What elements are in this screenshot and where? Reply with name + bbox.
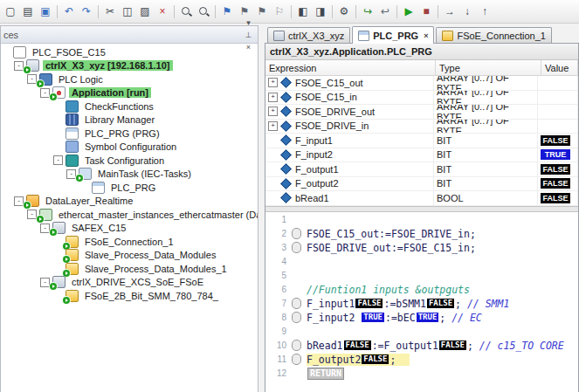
tree-expand-box[interactable]: - [27,74,37,84]
watch-row[interactable]: +FSOE_DRIVE_outARRAY [0..7] OF BYTE [265,105,578,120]
open-project-button[interactable]: ▤ [19,3,37,20]
value-cell[interactable]: TRUE [538,148,578,162]
stop-button[interactable]: ■ [417,3,435,20]
inline-value-badge[interactable]: FALSE [355,299,383,308]
column-header-type[interactable]: Type [436,60,541,75]
step-into-button[interactable]: ↓ [458,3,476,20]
build-button[interactable]: ⚙ [335,3,353,20]
tree-expand-box[interactable]: - [14,196,24,206]
tree-item-library-manager[interactable]: Library Manager [1,113,258,127]
expand-variable-box[interactable]: + [268,78,278,87]
inline-value-badge[interactable]: RETURN [307,368,344,380]
watch-row[interactable]: F_input2BITTRUE [265,148,578,163]
tree-item-fsoe-2b-bit-smm-780-784[interactable]: FSoE_2B_Bit_SMM_780_784_ [1,289,258,303]
code-editor[interactable]: 12FSOE_C15_out:=FSOE_DRIVE_in;3FSOE_DRIV… [265,212,578,392]
tree-item-checkfunctions[interactable]: CheckFunctions [1,100,258,113]
browse-library-button[interactable]: ◨ [312,3,329,20]
toolbar-separator [355,5,356,18]
value-cell[interactable] [538,91,578,105]
expand-variable-box[interactable]: + [268,93,278,102]
tree-expand-box[interactable]: - [14,61,24,71]
tab-ctrlx-x3-xyz[interactable]: ctrlX_X3_xyz [267,27,350,43]
value-cell[interactable] [538,120,578,134]
run-status-icon [63,297,70,304]
value-cell[interactable] [538,76,578,90]
value-cell[interactable] [538,105,578,119]
column-header-expression[interactable]: Expression [265,60,436,75]
watch-row[interactable]: bRead1BOOLFALSE [265,191,578,206]
code-statement-text: F_output2 [307,354,361,366]
tree-expand-box[interactable]: - [27,210,37,219]
login-button[interactable]: ↪ [359,3,376,20]
bookmark-toggle-button[interactable]: ⚑ [218,3,236,20]
tree-item-application-run[interactable]: -Application [run] [1,86,258,100]
inline-value-badge[interactable]: FALSE [427,299,454,308]
watch-row[interactable]: F_output1BITFALSE [265,162,578,177]
tab-close-icon[interactable]: × [424,31,428,40]
expand-variable-box[interactable]: + [268,121,278,131]
logout-button[interactable]: ↩ [376,3,394,20]
tab-fsoe-connection-1[interactable]: FSoE_Connection_1 [436,27,552,43]
value-cell[interactable]: FALSE [538,177,578,191]
column-header-value[interactable]: Value [541,60,578,75]
tree-item-fsoe-connection-1[interactable]: FSoE_Connection_1 [1,235,258,249]
tree-item-maintask-iec-tasks[interactable]: -MainTask (IEC-Tasks) [1,168,258,182]
find-button[interactable] [177,3,195,20]
tree-expand-box[interactable]: - [40,224,50,233]
tree-item-ethercat-master-instances-ethercatmaster-datala[interactable]: -ethercat_master_instances_ethercatmaste… [1,208,258,222]
bookmark-previous-button[interactable]: ⚑ [253,3,271,20]
variable-icon [280,192,292,203]
bookmark-clear-button[interactable]: ⚐ [271,3,288,20]
replace-button[interactable] [195,3,212,20]
declaration-code-splitter[interactable] [265,206,578,212]
inline-value-badge[interactable]: FALSE [439,340,466,350]
watch-row[interactable]: F_input1BITFALSE [265,134,578,148]
copy-button[interactable]: ◫ [119,3,136,20]
panel-splitter[interactable] [258,24,265,392]
save-button[interactable]: ▣ [37,3,54,20]
tree-item-task-configuration[interactable]: -Task Configuration [1,154,258,168]
tree-item-symbol-configuration[interactable]: Symbol Configuration [1,141,258,155]
inline-value-badge[interactable]: TRUE [417,313,439,322]
tree-item-plc-prg[interactable]: PLC_PRG [1,181,258,195]
value-cell[interactable]: FALSE [538,162,578,176]
cut-button[interactable]: ✂ [101,3,119,20]
tree-item-ctrlx-drive-xcs-soe-fsoe[interactable]: -ctrlX_DRIVE_XCS_SoE_FSoE [1,276,258,290]
dock-menu-button[interactable]: ▾ [242,17,255,29]
tree-item-ctrlx-x3-xyz-192-168-1-10[interactable]: -ctrlX_X3_xyz [192.168.1.10] [1,59,258,73]
tree-item-plc-fsoe-c15[interactable]: PLC_FSOE_C15 [1,45,258,59]
expand-variable-box[interactable]: + [268,107,278,116]
tree-item-slave-process-data-modules[interactable]: Slave_Process_Data_Modules [1,249,258,263]
toolbar-separator [291,5,292,18]
paste-button[interactable]: ▨ [136,3,154,20]
tree-expand-box[interactable]: - [40,278,50,287]
watch-row[interactable]: +FSOE_C15_inARRAY [0..7] OF BYTE [265,91,578,106]
edit-object-button[interactable]: ◧ [294,3,312,20]
new-file-button[interactable]: ▢ [2,3,19,20]
tree-item-plc-prg-prg[interactable]: PLC_PRG (PRG) [1,127,258,141]
watch-row[interactable]: F_output2BITFALSE [265,177,578,192]
run-button[interactable]: ▶ [400,3,417,20]
watch-row[interactable]: +FSOE_DRIVE_inARRAY [0..7] OF BYTE [265,120,578,134]
step-over-button[interactable]: → [441,3,458,20]
tree-expand-box[interactable]: - [53,155,63,165]
tree-expand-box[interactable]: - [66,169,76,179]
watch-row[interactable]: +FSOE_C15_outARRAY [0..7] OF BYTE [265,76,578,91]
dock-pin-button[interactable]: ⊥ [242,29,255,41]
tree-item-datalayer-realtime[interactable]: -DataLayer_Realtime [1,195,258,209]
delete-button[interactable]: × [154,3,171,20]
undo-button[interactable]: ↶ [60,3,78,20]
tree-expand-box[interactable]: - [40,88,50,98]
value-cell[interactable]: FALSE [538,191,578,205]
inline-value-badge[interactable]: FALSE [362,354,389,364]
step-out-button[interactable]: ↑ [476,3,493,20]
value-cell[interactable]: FALSE [538,134,578,148]
inline-value-badge[interactable]: TRUE [362,313,384,322]
inline-value-badge[interactable]: FALSE [344,340,371,350]
tree-item-slave-process-data-modules-1[interactable]: Slave_Process_Data_Modules_1 [1,262,258,276]
redo-button[interactable]: ↷ [78,3,95,20]
build-gear-icon: ⚙ [340,6,349,17]
tab-plc-prg[interactable]: PLC_PRG× [352,26,434,44]
tree-item-plc-logic[interactable]: -PLC Logic [1,72,258,86]
tree-item-safex-c15[interactable]: -SAFEX_C15 [1,222,258,236]
